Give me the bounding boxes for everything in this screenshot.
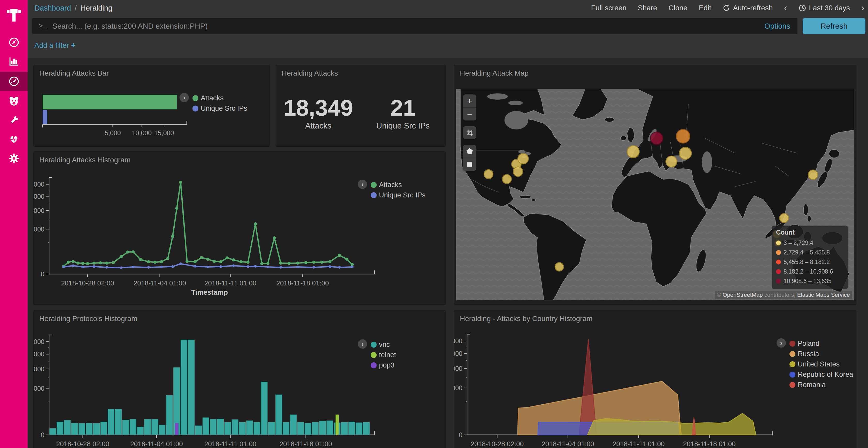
attack-location-dot[interactable]	[484, 169, 493, 179]
add-filter-link[interactable]: Add a filter +	[34, 41, 75, 49]
auto-refresh-button[interactable]: Auto-refresh	[722, 4, 773, 12]
edit-button[interactable]: Edit	[699, 4, 711, 12]
sidebar-item-devtools[interactable]	[0, 111, 28, 130]
attack-location-dot[interactable]	[513, 167, 523, 177]
top-navbar: Dashboard / Heralding Full screen Share …	[28, 0, 868, 16]
compass-icon	[8, 37, 20, 48]
metric-unique-src-ips: 21 Unique Src IPs	[361, 96, 445, 131]
map-draw-polygon-button[interactable]	[463, 145, 476, 158]
svg-text:10,000: 10,000	[132, 129, 152, 137]
auto-refresh-label: Auto-refresh	[733, 4, 773, 12]
search-input[interactable]	[52, 22, 765, 31]
svg-text:4,000: 4,000	[454, 365, 462, 372]
legend-color-dot-icon	[192, 106, 198, 111]
legend-item[interactable]: Attacks	[371, 180, 426, 190]
topbar-actions: Full screen Share Clone Edit Auto-refres…	[591, 0, 864, 16]
legend-toggle-chevron-icon[interactable]: ›	[777, 338, 786, 348]
map-draw-rectangle-button[interactable]	[463, 158, 476, 171]
legend-item[interactable]: Unique Src IPs	[371, 190, 426, 200]
legend-item[interactable]: United States	[789, 359, 853, 369]
attack-location-dot[interactable]	[679, 147, 692, 160]
svg-text:2,000: 2,000	[454, 384, 462, 391]
svg-text:6,000: 6,000	[34, 193, 44, 200]
refresh-button[interactable]: Refresh	[803, 18, 865, 34]
attribution-link[interactable]: OpenStreetMap	[722, 291, 763, 298]
map-count-legend: Count 3 – 2,729.42,729.4 – 5,455.85,455.…	[772, 226, 848, 289]
svg-text:2018-11-04 01:00: 2018-11-04 01:00	[133, 279, 186, 287]
legend-item[interactable]: telnet	[371, 350, 396, 360]
legend-toggle-chevron-icon[interactable]: ›	[180, 93, 189, 102]
attribution-link[interactable]: Elastic Maps Service	[797, 291, 850, 298]
share-button[interactable]: Share	[638, 4, 657, 12]
map-legend-dot-icon	[776, 279, 781, 284]
sidebar-item-monitoring[interactable]	[0, 130, 28, 149]
map-legend-dot-icon	[776, 241, 781, 245]
attacks-histogram-chart: 02,0004,0006,0008,0002018-10-28 02:00201…	[34, 152, 445, 305]
filter-bar: Add a filter +	[28, 36, 868, 59]
legend-label: Russia	[798, 350, 819, 358]
attack-location-dot[interactable]	[518, 153, 529, 164]
attack-location-dot[interactable]	[808, 170, 818, 180]
svg-text:15,000: 15,000	[154, 129, 174, 137]
svg-text:0: 0	[41, 431, 44, 439]
protocols-legend: ›vnctelnetpop3	[358, 339, 396, 370]
map-legend-item: 10,908.6 – 13,635	[776, 276, 844, 286]
map-controls: + −	[463, 95, 476, 176]
legend-label: Attacks	[201, 94, 224, 102]
legend-item[interactable]: Unique Src IPs	[192, 103, 247, 113]
attack-location-dot[interactable]	[665, 156, 677, 168]
svg-text:2,000: 2,000	[34, 226, 44, 233]
legend-item[interactable]: Poland	[789, 338, 853, 349]
clone-button[interactable]: Clone	[669, 4, 687, 12]
legend-item[interactable]: pop3	[371, 360, 396, 370]
map-attribution: © OpenStreetMap contributors, Elastic Ma…	[715, 291, 852, 299]
attack-location-dot[interactable]	[779, 213, 789, 223]
sidebar-item-management[interactable]	[0, 149, 28, 168]
time-back-button[interactable]: ‹	[784, 3, 787, 13]
time-range-button[interactable]: Last 30 days	[799, 4, 850, 12]
bar-chart-icon	[8, 56, 20, 67]
options-link[interactable]: Options	[765, 22, 790, 30]
attack-location-dot[interactable]	[676, 129, 690, 143]
map-legend-range-label: 2,729.4 – 5,455.8	[783, 249, 830, 256]
clock-icon	[799, 4, 806, 12]
attack-location-dot[interactable]	[650, 132, 663, 145]
metric-group: 18,349 Attacks 21 Unique Src IPs	[276, 96, 445, 131]
svg-text:2018-11-04 01:00: 2018-11-04 01:00	[542, 440, 594, 448]
sidebar-item-tpot[interactable]	[0, 92, 28, 110]
legend-item[interactable]: vnc	[371, 339, 396, 350]
attack-location-dot[interactable]	[555, 262, 564, 272]
full-screen-button[interactable]: Full screen	[591, 4, 626, 12]
map-legend-range-label: 10,908.6 – 13,635	[783, 278, 831, 285]
refresh-cycle-icon	[722, 4, 730, 12]
legend-toggle-chevron-icon[interactable]: ›	[358, 339, 367, 349]
map-legend-item: 8,182.2 – 10,908.6	[776, 267, 844, 276]
map-zoom-in-button[interactable]: +	[463, 95, 476, 107]
breadcrumb-dashboard-link[interactable]: Dashboard	[34, 4, 71, 12]
legend-color-dot-icon	[371, 182, 377, 188]
legend-item[interactable]: Romania	[789, 380, 853, 390]
world-map[interactable]: + −	[456, 89, 854, 300]
svg-text:2,000: 2,000	[34, 385, 44, 392]
attack-location-dot[interactable]	[502, 174, 512, 184]
dashboard-grid: Heralding Attacks Bar 5,00010,00015,000 …	[28, 58, 868, 448]
time-forward-button[interactable]: ›	[861, 3, 864, 13]
sidebar-item-discover[interactable]	[0, 33, 28, 51]
svg-text:2018-11-18 01:00: 2018-11-18 01:00	[683, 440, 736, 448]
legend-item[interactable]: Russia	[789, 349, 853, 359]
attacks-bar-legend: ›AttacksUnique Src IPs	[180, 93, 247, 113]
legend-label: pop3	[379, 361, 395, 369]
legend-toggle-chevron-icon[interactable]: ›	[358, 180, 367, 189]
sidebar-item-dashboard[interactable]	[0, 72, 28, 91]
map-legend-item: 3 – 2,729.4	[776, 238, 844, 248]
map-zoom-out-button[interactable]: −	[463, 107, 476, 120]
map-fit-bounds-button[interactable]	[463, 126, 476, 139]
map-legend-range-label: 5,455.8 – 8,182.2	[783, 259, 830, 266]
map-legend-range-label: 3 – 2,729.4	[783, 240, 813, 246]
sidebar-item-visualize[interactable]	[0, 52, 28, 71]
legend-item[interactable]: Attacks	[192, 93, 247, 103]
attack-location-dot[interactable]	[627, 145, 640, 158]
t-mobile-logo[interactable]	[0, 3, 28, 27]
legend-item[interactable]: Republic of Korea	[789, 369, 853, 380]
heartbeat-icon	[8, 134, 20, 145]
